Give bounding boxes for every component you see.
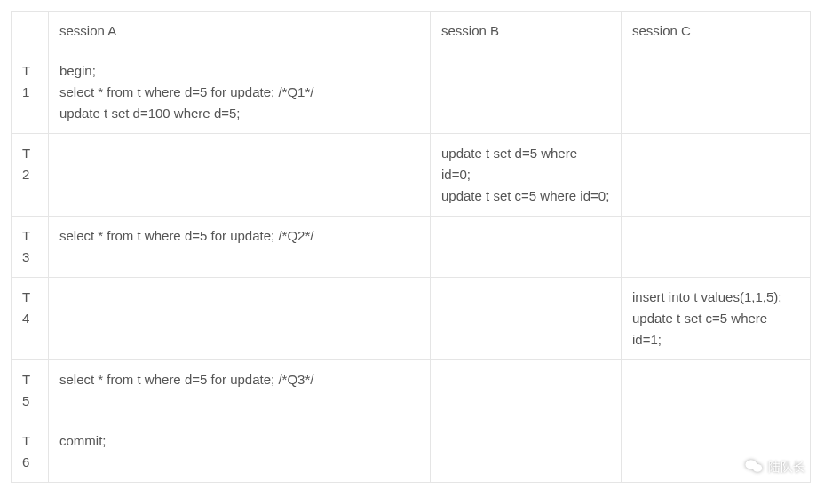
cell-session-a: select * from t where d=5 for update; /*… [49, 360, 431, 421]
table-row: T2 update t set d=5 where id=0;update t … [12, 134, 811, 217]
table-header-row: session A session B session C [12, 12, 811, 51]
cell-session-c [622, 421, 811, 483]
cell-session-a: begin;select * from t where d=5 for upda… [49, 51, 431, 134]
cell-session-c [622, 360, 811, 421]
cell-session-a: commit; [49, 421, 431, 483]
cell-session-c: insert into t values(1,1,5);update t set… [622, 278, 811, 360]
cell-session-c [622, 51, 811, 134]
cell-session-c [622, 134, 811, 217]
cell-session-b [431, 421, 622, 483]
session-table: session A session B session C T1 begin;s… [11, 11, 811, 483]
cell-session-b [431, 278, 622, 360]
cell-session-a [49, 278, 431, 360]
header-step [12, 12, 49, 51]
cell-session-b: update t set d=5 where id=0;update t set… [431, 134, 622, 217]
cell-session-b [431, 51, 622, 134]
table-row: T3 select * from t where d=5 for update;… [12, 217, 811, 278]
table-row: T6 commit; [12, 421, 811, 483]
cell-step: T1 [12, 51, 49, 134]
cell-session-b [431, 217, 622, 278]
cell-step: T6 [12, 421, 49, 483]
cell-session-a [49, 134, 431, 217]
cell-step: T3 [12, 217, 49, 278]
table-row: T5 select * from t where d=5 for update;… [12, 360, 811, 421]
cell-session-c [622, 217, 811, 278]
cell-step: T5 [12, 360, 49, 421]
cell-step: T2 [12, 134, 49, 217]
table-row: T1 begin;select * from t where d=5 for u… [12, 51, 811, 134]
header-session-b: session B [431, 12, 622, 51]
header-session-a: session A [49, 12, 431, 51]
cell-step: T4 [12, 278, 49, 360]
cell-session-b [431, 360, 622, 421]
header-session-c: session C [622, 12, 811, 51]
cell-session-a: select * from t where d=5 for update; /*… [49, 217, 431, 278]
table-row: T4 insert into t values(1,1,5);update t … [12, 278, 811, 360]
